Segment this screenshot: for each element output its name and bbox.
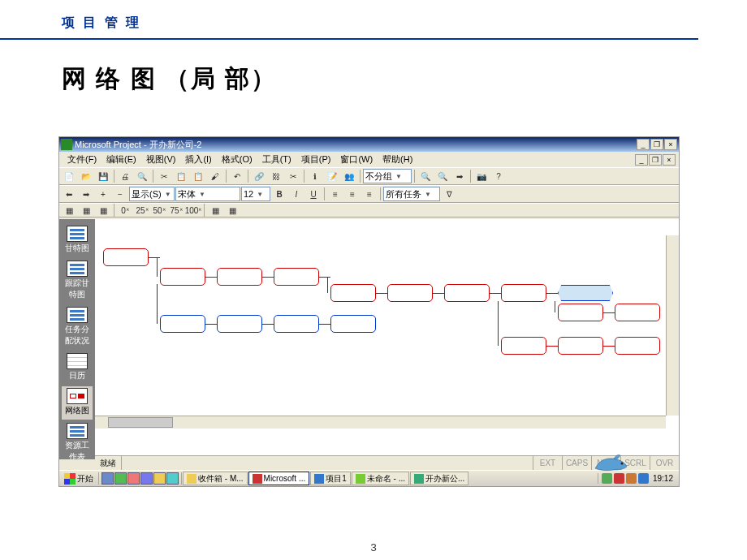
format-painter-button[interactable]: 🖌 xyxy=(207,169,223,183)
menu-edit[interactable]: 编辑(E) xyxy=(101,153,141,166)
view-network[interactable]: 网络图 xyxy=(62,386,93,420)
cut-button[interactable]: ✂ xyxy=(156,169,172,183)
unlink-button[interactable]: ⛓ xyxy=(268,169,284,183)
task-node[interactable] xyxy=(501,337,546,355)
zoom-100[interactable]: 100ˣ xyxy=(185,203,201,218)
taskbar-button[interactable]: 开办新公... xyxy=(410,472,468,485)
taskbar-button[interactable]: 收件箱 - M... xyxy=(183,472,248,485)
new-button[interactable]: 📄 xyxy=(61,169,77,183)
task-node[interactable] xyxy=(217,315,262,333)
menu-view[interactable]: 视图(V) xyxy=(141,153,181,166)
start-button[interactable]: 开始 xyxy=(59,472,98,486)
restore-button[interactable]: ❐ xyxy=(650,139,663,150)
save-button[interactable]: 💾 xyxy=(95,169,111,183)
menu-help[interactable]: 帮助(H) xyxy=(378,153,417,166)
ql-icon[interactable] xyxy=(140,472,153,485)
task-node[interactable] xyxy=(330,315,376,333)
italic-button[interactable]: I xyxy=(288,187,304,201)
print-button[interactable]: 🖨 xyxy=(117,169,133,183)
align-center-button[interactable]: ≡ xyxy=(344,187,361,201)
zoom-0[interactable]: 0ˣ xyxy=(117,203,133,218)
copy-picture-button[interactable]: 📷 xyxy=(473,169,490,183)
tb-icon[interactable]: ▦ xyxy=(61,203,77,218)
hide-button[interactable]: − xyxy=(112,187,128,201)
zoom-50[interactable]: 50ˣ xyxy=(151,203,167,218)
tb-icon5[interactable]: ▦ xyxy=(224,203,240,218)
taskbar-button[interactable]: 项目1 xyxy=(310,472,351,485)
split-button[interactable]: ✂ xyxy=(285,169,301,183)
horizontal-scrollbar[interactable] xyxy=(95,416,666,429)
tb-icon4[interactable]: ▦ xyxy=(207,203,223,218)
underline-button[interactable]: U xyxy=(305,187,322,201)
paste-button[interactable]: 📋 xyxy=(190,169,206,183)
task-node[interactable] xyxy=(274,315,319,333)
tray-icon[interactable] xyxy=(602,473,612,484)
align-right-button[interactable]: ≡ xyxy=(361,187,378,201)
zoom-out-button[interactable]: 🔍 xyxy=(434,169,451,183)
preview-button[interactable]: 🔍 xyxy=(134,169,150,183)
indent-button[interactable]: ➡ xyxy=(78,187,94,201)
font-combo[interactable]: 宋体▼ xyxy=(175,187,240,201)
task-node[interactable] xyxy=(274,268,319,286)
help-button[interactable]: ? xyxy=(490,169,507,183)
task-node[interactable] xyxy=(387,284,433,302)
ql-icon[interactable] xyxy=(127,472,140,485)
filter-combo[interactable]: 所有任务▼ xyxy=(383,187,440,201)
ql-icon[interactable] xyxy=(166,472,179,485)
menu-insert[interactable]: 插入(I) xyxy=(180,153,216,166)
menu-file[interactable]: 文件(F) xyxy=(63,153,101,166)
view-tracking-gantt[interactable]: 跟踪甘特图 xyxy=(62,259,93,304)
show-button[interactable]: + xyxy=(95,187,111,201)
bold-button[interactable]: B xyxy=(271,187,287,201)
mdi-restore[interactable]: ❐ xyxy=(649,154,662,166)
tray-icon[interactable] xyxy=(638,473,649,484)
menu-tools[interactable]: 工具(T) xyxy=(257,153,296,166)
ql-icon[interactable] xyxy=(101,472,114,485)
outdent-button[interactable]: ⬅ xyxy=(61,187,77,201)
link-button[interactable]: 🔗 xyxy=(251,169,267,183)
zoom-25[interactable]: 25ˣ xyxy=(134,203,150,218)
zoom-in-button[interactable]: 🔍 xyxy=(417,169,434,183)
tray-clock[interactable]: 19:12 xyxy=(650,474,676,483)
tb-icon2[interactable]: ▦ xyxy=(78,203,94,218)
mdi-close[interactable]: × xyxy=(663,154,676,166)
minimize-button[interactable]: _ xyxy=(637,139,650,150)
zoom-75[interactable]: 75ˣ xyxy=(168,203,184,218)
goto-button[interactable]: ➡ xyxy=(451,169,468,183)
taskbar-button[interactable]: Microsoft ... xyxy=(248,472,310,485)
undo-button[interactable]: ↶ xyxy=(229,169,245,183)
view-task-usage[interactable]: 任务分配状况 xyxy=(62,305,93,350)
vertical-scrollbar[interactable] xyxy=(666,235,679,416)
close-button[interactable]: × xyxy=(664,139,677,150)
task-node[interactable] xyxy=(558,337,603,355)
size-combo[interactable]: 12▼ xyxy=(241,187,270,201)
menu-format[interactable]: 格式(O) xyxy=(217,153,257,166)
task-node[interactable] xyxy=(217,268,262,286)
task-node[interactable] xyxy=(558,304,603,321)
group-combo[interactable]: 不分组▼ xyxy=(363,169,412,183)
network-diagram-canvas[interactable] xyxy=(95,219,679,459)
tb-icon3[interactable]: ▦ xyxy=(95,203,111,218)
assign-button[interactable]: 👥 xyxy=(341,169,357,183)
align-left-button[interactable]: ≡ xyxy=(327,187,343,201)
task-node[interactable] xyxy=(444,284,490,302)
task-node[interactable] xyxy=(160,315,205,333)
view-calendar[interactable]: 日历 xyxy=(62,351,93,385)
tray-icon[interactable] xyxy=(626,473,637,484)
autofilter-button[interactable]: ∇ xyxy=(441,187,457,201)
menu-project[interactable]: 项目(P) xyxy=(296,153,336,166)
task-node[interactable] xyxy=(160,268,205,286)
task-node[interactable] xyxy=(330,284,376,302)
show-combo[interactable]: 显示(S)▼ xyxy=(129,187,175,201)
ql-icon[interactable] xyxy=(153,472,166,485)
info-button[interactable]: ℹ xyxy=(307,169,323,183)
task-node[interactable] xyxy=(615,304,660,321)
task-node[interactable] xyxy=(103,248,149,266)
menu-window[interactable]: 窗口(W) xyxy=(335,153,378,166)
summary-node[interactable] xyxy=(558,285,613,301)
task-node[interactable] xyxy=(501,284,546,302)
open-button[interactable]: 📂 xyxy=(78,169,94,183)
notes-button[interactable]: 📝 xyxy=(324,169,340,183)
view-resource-sheet[interactable]: 资源工作表 xyxy=(62,421,93,459)
ql-icon[interactable] xyxy=(114,472,127,485)
